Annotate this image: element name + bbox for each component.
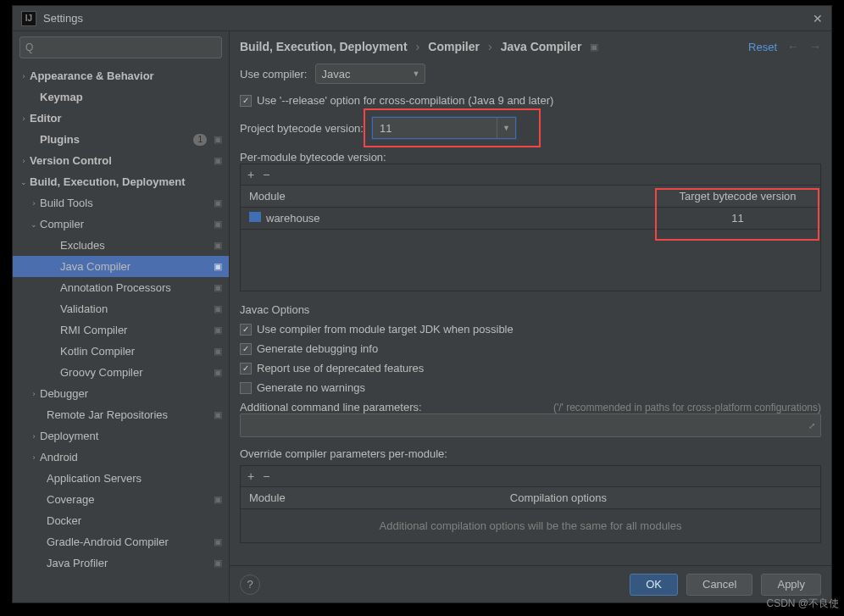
opt-debug-checkbox[interactable]: ✓Generate debugging info	[240, 342, 821, 355]
settings-tree: ›Appearance & Behavior Keymap ›Editor Pl…	[13, 64, 229, 602]
plugins-badge: 1	[193, 134, 207, 146]
chevron-right-icon: ›	[488, 40, 492, 53]
per-module-table: + − Module Target bytecode version wareh…	[240, 164, 821, 291]
per-module-label: Per-module bytecode version:	[240, 151, 821, 164]
release-option-checkbox[interactable]: ✓ Use '--release' option for cross-compi…	[240, 94, 821, 107]
tree-java-profiler[interactable]: Java Profiler▣	[13, 552, 229, 574]
checkbox-icon: ✓	[240, 95, 252, 107]
chevron-down-icon: ▼	[413, 69, 420, 78]
expand-icon[interactable]: ⤢	[808, 421, 815, 430]
help-button[interactable]: ?	[240, 574, 260, 595]
tree-compiler[interactable]: ⌄Compiler▣	[13, 214, 229, 235]
search-icon: Q	[25, 42, 33, 53]
project-bytecode-dropdown[interactable]: 11 ▼	[372, 117, 516, 139]
app-logo-icon: IJ	[21, 11, 36, 26]
add-override-button[interactable]: +	[247, 469, 254, 483]
module-target-value[interactable]: 11	[655, 208, 820, 229]
javac-options-title: Javac Options	[240, 303, 821, 316]
search-field[interactable]	[38, 42, 216, 53]
override-empty-note: Additional compilation options will be t…	[241, 509, 820, 542]
tree-kotlin[interactable]: Kotlin Compiler▣	[13, 341, 229, 362]
add-module-button[interactable]: +	[247, 168, 254, 181]
tree-version-control[interactable]: ›Version Control▣	[13, 150, 229, 171]
tree-validation[interactable]: Validation▣	[13, 298, 229, 319]
addl-params-input[interactable]: ⤢	[240, 413, 821, 437]
target-column-header: Target bytecode version	[655, 186, 820, 207]
back-icon[interactable]: ←	[787, 40, 799, 53]
tree-plugins[interactable]: Plugins1▣	[13, 129, 229, 150]
tree-keymap[interactable]: Keymap	[13, 86, 229, 108]
opt-deprecated-checkbox[interactable]: ✓Report use of deprecated features	[240, 362, 821, 375]
breadcrumb-leaf: Java Compiler	[501, 40, 582, 53]
breadcrumb-mid[interactable]: Compiler	[428, 40, 480, 53]
tree-rmi[interactable]: RMI Compiler▣	[13, 319, 229, 341]
tree-appearance[interactable]: ›Appearance & Behavior	[13, 65, 229, 86]
dialog-footer: ? OK Cancel Apply	[230, 565, 831, 602]
search-input[interactable]: Q	[19, 36, 222, 58]
use-compiler-label: Use compiler:	[240, 68, 307, 80]
override-opts-header: Compilation options	[502, 487, 820, 508]
addl-params-hint: ('/' recommended in paths for cross-plat…	[553, 402, 821, 413]
tree-bed[interactable]: ⌄Build, Execution, Deployment	[13, 171, 229, 192]
project-indicator-icon: ▣	[590, 42, 598, 53]
tree-docker[interactable]: Docker	[13, 510, 229, 531]
module-row[interactable]: warehouse 11	[241, 208, 820, 230]
watermark: CSDN @不良使	[766, 597, 839, 611]
checkbox-unchecked-icon	[240, 382, 252, 394]
tree-editor[interactable]: ›Editor	[13, 108, 229, 129]
module-column-header: Module	[241, 186, 655, 207]
dialog-title: Settings	[43, 12, 83, 25]
use-compiler-dropdown[interactable]: Javac ▼	[315, 64, 425, 84]
opt-target-jdk-checkbox[interactable]: ✓Use compiler from module target JDK whe…	[240, 323, 821, 336]
tree-gradle-android[interactable]: Gradle-Android Compiler▣	[13, 531, 229, 552]
settings-main: Build, Execution, Deployment › Compiler …	[230, 31, 831, 602]
tree-excludes[interactable]: Excludes▣	[13, 235, 229, 256]
chevron-right-icon: ›	[416, 40, 420, 53]
close-icon[interactable]: ✕	[813, 12, 823, 25]
opt-nowarn-checkbox[interactable]: Generate no warnings	[240, 381, 821, 394]
remove-module-button[interactable]: −	[263, 168, 269, 181]
remove-override-button[interactable]: −	[263, 469, 269, 483]
tree-app-servers[interactable]: Application Servers	[13, 468, 229, 489]
project-bytecode-value: 11	[373, 122, 497, 135]
settings-dialog: IJ Settings ✕ Q ›Appearance & Behavior K…	[12, 5, 832, 603]
addl-params-label: Additional command line parameters:	[240, 401, 422, 413]
titlebar: IJ Settings ✕	[13, 6, 831, 31]
breadcrumb: Build, Execution, Deployment › Compiler …	[240, 40, 598, 53]
use-compiler-value: Javac	[321, 68, 350, 80]
tree-build-tools[interactable]: ›Build Tools▣	[13, 192, 229, 214]
tree-debugger[interactable]: ›Debugger	[13, 383, 229, 404]
override-label: Override compiler parameters per-module:	[240, 447, 821, 460]
cancel-button[interactable]: Cancel	[686, 574, 752, 596]
ok-button[interactable]: OK	[630, 574, 678, 596]
forward-icon[interactable]: →	[809, 40, 821, 53]
tree-annotation[interactable]: Annotation Processors▣	[13, 277, 229, 298]
tree-remote-jar[interactable]: Remote Jar Repositories▣	[13, 404, 229, 425]
tree-java-compiler[interactable]: Java Compiler▣	[13, 256, 229, 277]
release-option-label: Use '--release' option for cross-compila…	[257, 94, 553, 107]
tree-deployment[interactable]: ›Deployment	[13, 425, 229, 447]
folder-icon	[249, 212, 261, 222]
tree-groovy[interactable]: Groovy Compiler▣	[13, 362, 229, 383]
module-name: warehouse	[266, 212, 320, 225]
breadcrumb-root[interactable]: Build, Execution, Deployment	[240, 40, 408, 53]
content-panel: Use compiler: Javac ▼ ✓ Use '--release' …	[230, 60, 831, 565]
project-bytecode-label: Project bytecode version:	[240, 122, 364, 135]
settings-sidebar: Q ›Appearance & Behavior Keymap ›Editor …	[13, 31, 230, 602]
override-module-header: Module	[241, 487, 502, 508]
tree-android[interactable]: ›Android	[13, 447, 229, 468]
tree-coverage[interactable]: Coverage▣	[13, 489, 229, 510]
reset-link[interactable]: Reset	[748, 41, 777, 53]
chevron-down-icon: ▼	[497, 118, 515, 138]
apply-button[interactable]: Apply	[761, 574, 821, 596]
override-table: + − Module Compilation options Additiona…	[240, 465, 821, 543]
main-header: Build, Execution, Deployment › Compiler …	[230, 31, 831, 60]
project-indicator-icon: ▣	[214, 134, 222, 145]
